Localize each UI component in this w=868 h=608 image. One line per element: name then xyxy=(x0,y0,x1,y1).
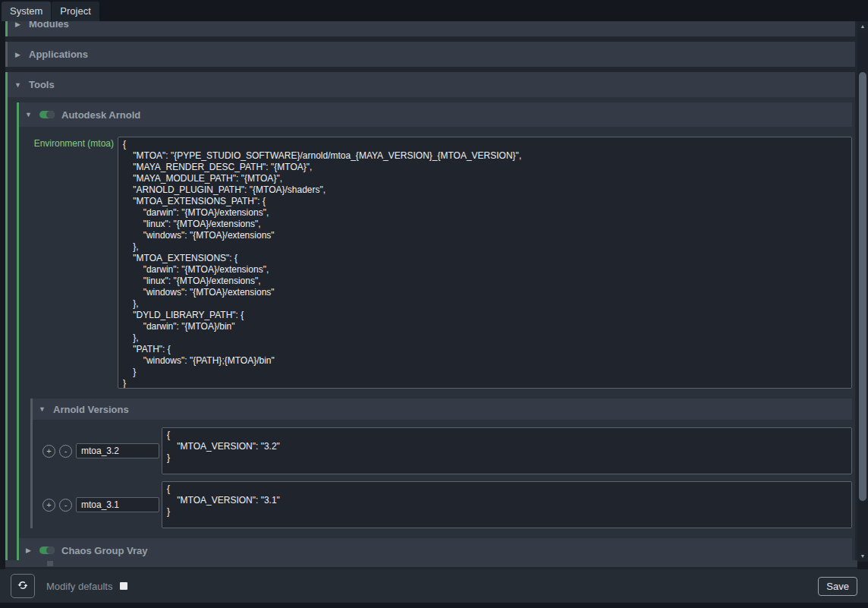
panel-autodesk-arnold-body: Environment (mtoa) { "MTOA": "{PYPE_STUD… xyxy=(19,127,852,538)
save-button[interactable]: Save xyxy=(818,577,857,596)
scroll-up-icon[interactable]: ▲ xyxy=(857,21,868,32)
tab-system[interactable]: System xyxy=(2,2,51,21)
vertical-scrollbar-track[interactable] xyxy=(857,32,868,551)
refresh-icon xyxy=(17,579,29,594)
section-modules: ▶ Modules xyxy=(5,21,855,36)
refresh-button[interactable] xyxy=(11,574,35,598)
section-applications-title: Applications xyxy=(29,49,88,60)
version-row: + - { "MTOA_VERSION": "3.2" } xyxy=(42,427,852,474)
panel-autodesk-arnold: ▼ Autodesk Arnold Environment (mtoa) { "… xyxy=(17,102,852,538)
chevron-right-icon: ▶ xyxy=(14,21,22,28)
settings-scroll-content: ▶ Modules ▶ Applications ▼ Tools xyxy=(5,21,857,565)
section-tools-title: Tools xyxy=(29,79,55,90)
version-json-textarea[interactable]: { "MTOA_VERSION": "3.1" } xyxy=(162,481,852,528)
settings-scroll-area: ▶ Modules ▶ Applications ▼ Tools xyxy=(0,21,857,569)
panel-arnold-versions-header[interactable]: ▼ Arnold Versions xyxy=(33,399,852,420)
horizontal-scrollbar[interactable] xyxy=(5,560,857,567)
version-key-input[interactable] xyxy=(76,443,159,458)
version-json-textarea[interactable]: { "MTOA_VERSION": "3.2" } xyxy=(162,427,852,474)
remove-version-button[interactable]: - xyxy=(59,499,72,512)
chevron-right-icon: ▶ xyxy=(24,547,33,554)
version-row: + - { "MTOA_VERSION": "3.1" } xyxy=(42,481,852,528)
panel-autodesk-arnold-title: Autodesk Arnold xyxy=(61,109,140,121)
environment-row: Environment (mtoa) { "MTOA": "{PYPE_STUD… xyxy=(20,137,852,389)
toggle-knob xyxy=(46,547,55,554)
panel-chaos-group-vray: ▶ Chaos Group Vray xyxy=(17,538,852,562)
add-version-button[interactable]: + xyxy=(42,499,55,512)
horizontal-scrollbar-thumb[interactable] xyxy=(47,561,53,566)
panel-autodesk-arnold-header[interactable]: ▼ Autodesk Arnold xyxy=(19,102,852,127)
chevron-down-icon: ▼ xyxy=(14,81,22,89)
settings-main: ▶ Modules ▶ Applications ▼ Tools xyxy=(0,21,868,569)
arnold-enabled-toggle[interactable] xyxy=(39,111,55,118)
footer-bar: Modify defaults Save xyxy=(0,569,868,603)
vertical-scrollbar-thumb[interactable] xyxy=(859,72,866,501)
modify-defaults-checkbox[interactable] xyxy=(120,582,127,590)
footer: Modify defaults Save xyxy=(0,569,868,608)
panel-arnold-versions-title: Arnold Versions xyxy=(53,404,129,415)
vertical-scrollbar: ▲ ▼ xyxy=(857,21,868,562)
vray-enabled-toggle[interactable] xyxy=(39,547,55,554)
environment-label: Environment (mtoa) xyxy=(20,138,114,149)
version-key-input[interactable] xyxy=(76,497,159,512)
panel-arnold-versions: ▼ Arnold Versions + - { "MTOA_VERSION": … xyxy=(30,399,852,528)
section-modules-title: Modules xyxy=(29,21,69,30)
panel-chaos-group-vray-header[interactable]: ▶ Chaos Group Vray xyxy=(19,538,852,562)
environment-json-textarea[interactable]: { "MTOA": "{PYPE_STUDIO_SOFTWARE}/arnold… xyxy=(118,137,852,389)
section-tools-body: ▼ Autodesk Arnold Environment (mtoa) { "… xyxy=(5,97,855,565)
toggle-knob xyxy=(46,111,55,118)
remove-version-button[interactable]: - xyxy=(59,445,72,458)
section-modules-header[interactable]: ▶ Modules xyxy=(5,21,855,36)
tab-project[interactable]: Project xyxy=(52,2,99,21)
section-tools-header[interactable]: ▼ Tools xyxy=(5,72,855,97)
chevron-down-icon: ▼ xyxy=(38,405,46,413)
scroll-down-icon[interactable]: ▼ xyxy=(857,551,868,562)
section-applications: ▶ Applications xyxy=(5,42,855,67)
settings-tab-bar: System Project xyxy=(0,0,868,21)
chevron-right-icon: ▶ xyxy=(14,51,22,58)
panel-arnold-versions-body: + - { "MTOA_VERSION": "3.2" } + - xyxy=(33,420,852,528)
add-version-button[interactable]: + xyxy=(42,445,55,458)
section-applications-header[interactable]: ▶ Applications xyxy=(5,42,855,67)
section-tools: ▼ Tools ▼ Autodesk Arnold xyxy=(5,72,855,565)
chevron-down-icon: ▼ xyxy=(24,111,33,118)
panel-chaos-group-vray-title: Chaos Group Vray xyxy=(61,545,147,556)
modify-defaults-label: Modify defaults xyxy=(46,581,112,592)
